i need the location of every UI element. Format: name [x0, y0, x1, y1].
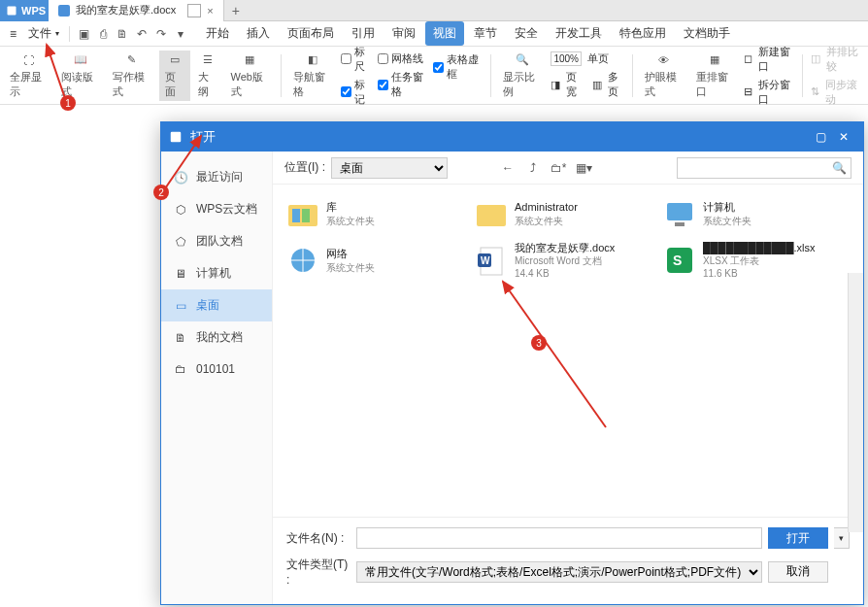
print-icon[interactable]: ⎙	[94, 25, 112, 43]
sidebar-recent[interactable]: 🕓最近访问	[161, 161, 272, 193]
tab-chapter[interactable]: 章节	[466, 21, 505, 46]
sidebar-desktop[interactable]: ▭桌面	[161, 289, 272, 321]
back-icon[interactable]: ←	[498, 158, 517, 178]
eyecare-button[interactable]: 👁护眼模式	[639, 51, 688, 101]
tab-view[interactable]: 视图	[425, 21, 464, 46]
grid-check[interactable]: 网格线	[376, 51, 429, 67]
tab-label: 我的室友是妖孽.docx	[76, 3, 176, 17]
svg-text:W: W	[481, 255, 490, 266]
file-item[interactable]: S ████████████.xlsxXLSX 工作表11.6 KB	[657, 239, 842, 282]
sidebar-team[interactable]: ⬠团队文档	[161, 225, 272, 257]
doc-icon	[58, 5, 70, 17]
zoom-button[interactable]: 🔍显示比例	[497, 51, 547, 101]
annotation-1: 1	[60, 95, 76, 111]
outline-button[interactable]: ☰大纲	[192, 51, 223, 101]
svg-rect-1	[171, 132, 182, 143]
pagewidth-button[interactable]: ◨页宽▥多页	[549, 69, 625, 100]
location-select[interactable]: 桌面	[331, 157, 448, 179]
tab-review[interactable]: 审阅	[384, 21, 423, 46]
zoom-icon: 🔍	[513, 52, 532, 68]
ruler-check[interactable]: 标尺	[339, 44, 374, 75]
sidebar-mydocs[interactable]: 🗎我的文档	[161, 321, 272, 354]
restore-icon[interactable]	[187, 4, 201, 17]
preview-icon[interactable]: 🗎	[114, 25, 131, 43]
page-icon: ▭	[165, 52, 184, 68]
tab-security[interactable]: 安全	[507, 21, 546, 46]
svg-rect-6	[667, 203, 692, 220]
tab-reference[interactable]: 引用	[344, 21, 383, 46]
network-icon	[285, 243, 320, 278]
scrollbar[interactable]	[848, 273, 863, 532]
redo-icon[interactable]: ↷	[152, 25, 170, 43]
tab-insert[interactable]: 插入	[239, 21, 278, 46]
file-item[interactable]: 库系统文件夹	[281, 192, 465, 235]
svg-text:S: S	[673, 253, 682, 268]
close-tab-icon[interactable]: ×	[207, 5, 213, 17]
eye-icon: 👁	[653, 52, 673, 68]
navpane-button[interactable]: ◧导航窗格	[287, 51, 337, 101]
tab-start[interactable]: 开始	[198, 21, 237, 46]
sidebar-computer[interactable]: 🖥计算机	[161, 257, 272, 289]
close-button[interactable]: ✕	[832, 125, 855, 149]
book-icon: 📖	[71, 52, 90, 68]
dialog-toolbar: 位置(I) : 桌面 ← ⤴ 🗀* ▦▾ 🔍	[273, 152, 863, 185]
pct-button[interactable]: 100%单页	[549, 51, 625, 67]
pc-icon: 🖥	[173, 266, 188, 282]
search-input[interactable]: 🔍	[677, 157, 851, 179]
fullscreen-icon: ⛶	[19, 52, 39, 68]
file-item[interactable]: W 我的室友是妖孽.docxMicrosoft Word 文档14.4 KB	[469, 239, 653, 282]
filetype-select[interactable]: 常用文件(文字/Word格式;表格/Excel格式;演示/PowerPoint格…	[356, 561, 762, 583]
userfolder-icon	[474, 196, 509, 231]
file-item[interactable]: 计算机系统文件夹	[657, 192, 842, 235]
navpane-icon: ◧	[303, 52, 322, 68]
hamburger-menu[interactable]: ≡	[4, 25, 22, 43]
filename-input[interactable]	[356, 527, 762, 549]
document-tab[interactable]: 我的室友是妖孽.docx ×	[49, 0, 224, 21]
svg-rect-0	[8, 6, 17, 15]
svg-rect-4	[302, 209, 310, 222]
team-icon: ⬠	[173, 234, 188, 250]
web-icon: ▦	[240, 52, 259, 68]
clock-icon: 🕓	[173, 170, 188, 185]
pencil-icon: ✎	[122, 52, 142, 68]
maximize-button[interactable]: ▢	[809, 125, 832, 149]
up-icon[interactable]: ⤴	[523, 158, 543, 178]
outline-icon: ☰	[198, 52, 217, 68]
page-button[interactable]: ▭页面	[159, 51, 190, 101]
fullscreen-button[interactable]: ⛶全屏显示	[4, 51, 53, 101]
readmode-button[interactable]: 📖阅读版式	[55, 51, 105, 101]
tab-layout[interactable]: 页面布局	[280, 21, 342, 46]
tab-dev[interactable]: 开发工具	[548, 21, 610, 46]
syncscroll-button: ⇅同步滚动	[809, 77, 864, 108]
annotation-2: 2	[153, 185, 169, 200]
open-button[interactable]: 打开	[768, 527, 828, 549]
file-menu[interactable]: 文件▾	[22, 23, 65, 44]
svg-rect-3	[292, 209, 300, 222]
sidebar-folder[interactable]: 🗀010101	[161, 354, 272, 385]
cancel-button[interactable]: 取消	[768, 561, 828, 583]
filename-label: 文件名(N) :	[286, 530, 351, 547]
newwin-button[interactable]: ◻新建窗口	[742, 44, 796, 75]
writemode-button[interactable]: ✎写作模式	[107, 51, 156, 101]
titlebar: WPS 我的室友是妖孽.docx × +	[0, 0, 868, 21]
cloud-icon: ⬡	[173, 202, 188, 218]
view-icon[interactable]: ▦▾	[574, 158, 593, 178]
save-icon[interactable]: ▣	[75, 25, 92, 43]
tablevirt-check[interactable]: 表格虚框	[431, 51, 484, 83]
newfolder-icon[interactable]: 🗀*	[549, 158, 568, 178]
undo-icon[interactable]: ↶	[133, 25, 150, 43]
library-icon	[285, 196, 320, 231]
desktop-icon: ▭	[173, 298, 188, 314]
taskpane-check[interactable]: 任务窗格	[376, 69, 429, 100]
marker-check[interactable]: 标记	[339, 77, 374, 108]
tab-feature[interactable]: 特色应用	[612, 21, 674, 46]
splitwin-button[interactable]: ⊟拆分窗口	[742, 77, 796, 108]
web-button[interactable]: ▦Web版式	[225, 51, 276, 101]
file-item[interactable]: 网络系统文件夹	[281, 239, 465, 282]
sidebar-cloud[interactable]: ⬡WPS云文档	[161, 193, 272, 225]
resetwin-button[interactable]: ▦重排窗口	[690, 51, 740, 101]
new-tab-button[interactable]: +	[224, 3, 248, 18]
file-item[interactable]: Administrator系统文件夹	[469, 192, 653, 235]
tab-helper[interactable]: 文档助手	[676, 21, 738, 46]
dropdown-icon[interactable]: ▾	[172, 25, 189, 43]
